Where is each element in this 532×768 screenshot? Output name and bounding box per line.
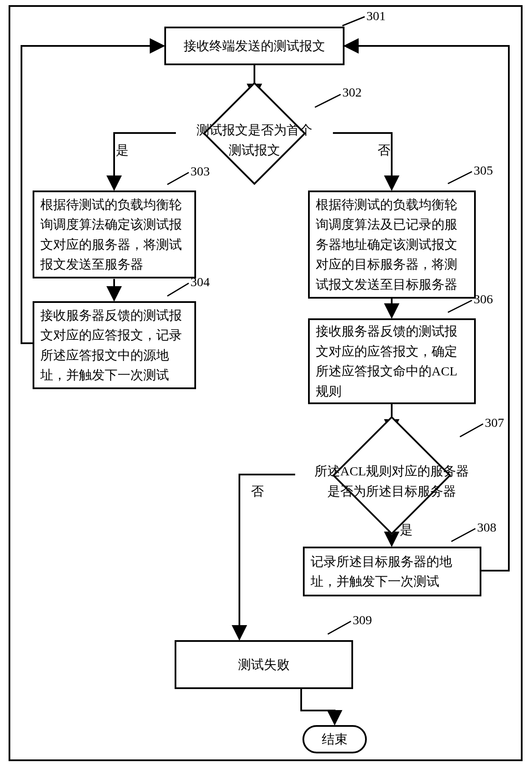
step-record-source-trigger-next: 接收服务器反馈的测试报文对应的应答报文，记录所述应答报文中的源地址，并触发下一次…: [33, 301, 196, 389]
ref-301: 301: [366, 9, 386, 23]
terminator-end: 结束: [302, 725, 367, 753]
step-text: 根据待测试的负载均衡轮询调度算法及已记录的服务器地址确定该测试报文对应的目标服务…: [316, 195, 468, 295]
ref-306: 306: [474, 292, 493, 306]
ref-309: 309: [353, 613, 372, 627]
step-test-failed: 测试失败: [175, 640, 353, 689]
step-text: 接收服务器反馈的测试报文对应的应答报文，记录所述应答报文中的源地址，并触发下一次…: [40, 305, 188, 385]
step-determine-acl-rule: 接收服务器反馈的测试报文对应的应答报文，确定所述应答报文命中的ACL规则: [308, 318, 476, 404]
ref-305: 305: [474, 163, 493, 178]
step-text: 接收终端发送的测试报文: [184, 36, 325, 56]
ref-307: 307: [485, 415, 504, 430]
step-send-to-target-server: 根据待测试的负载均衡轮询调度算法及已记录的服务器地址确定该测试报文对应的目标服务…: [308, 190, 476, 299]
step-text: 记录所述目标服务器的地址，并触发下一次测试: [311, 552, 474, 592]
step-text: 根据待测试的负载均衡轮询调度算法确定该测试报文对应的服务器，将测试报文发送至服务…: [40, 195, 188, 275]
label-no-307: 否: [251, 483, 264, 500]
ref-308: 308: [477, 520, 496, 535]
ref-302: 302: [342, 85, 362, 100]
step-receive-test-message: 接收终端发送的测试报文: [164, 27, 345, 65]
decision-acl-matches-target-label: 所述ACL规则对应的服务器 是否为所述目标服务器: [310, 461, 473, 501]
step-text: 测试失败: [238, 655, 290, 675]
step-send-to-server: 根据待测试的负载均衡轮询调度算法确定该测试报文对应的服务器，将测试报文发送至服务…: [33, 190, 196, 278]
label-yes-302: 是: [116, 142, 129, 159]
ref-303: 303: [190, 164, 210, 178]
label-yes-307: 是: [400, 521, 413, 539]
step-record-target-trigger-next: 记录所述目标服务器的地址，并触发下一次测试: [303, 547, 481, 596]
step-text: 接收服务器反馈的测试报文对应的应答报文，确定所述应答报文命中的ACL规则: [316, 321, 468, 401]
decision-is-first-message-label: 测试报文是否为首个 测试报文: [190, 120, 319, 160]
label-no-302: 否: [378, 142, 390, 159]
ref-304: 304: [190, 275, 210, 289]
terminator-text: 结束: [322, 731, 348, 748]
